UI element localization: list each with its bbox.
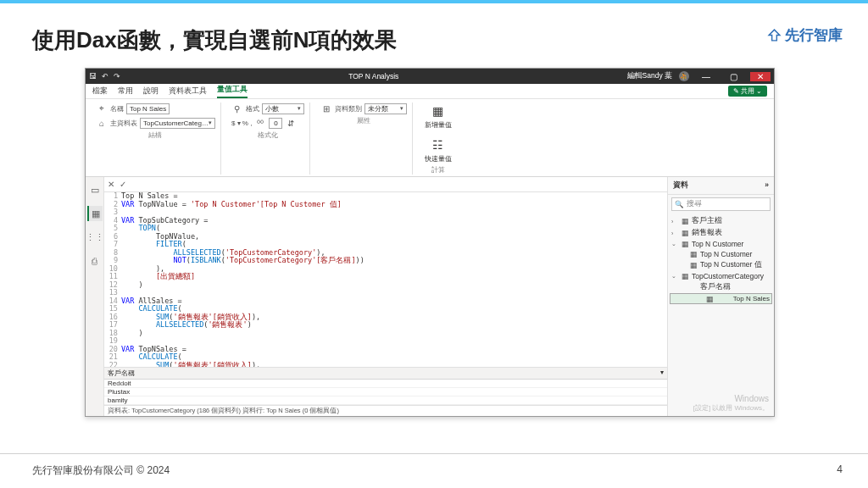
editor-gutter: 1234567891011121314151617181920212223242… [104,192,121,367]
save-icon[interactable]: 🖫 [89,72,97,80]
tree-toggle-icon[interactable]: ⌄ [671,241,678,247]
ribbon-group-calc: ▦ 新增量值 ☷ 快速量值 計算 [418,103,459,175]
menu-help[interactable]: 說明 [143,86,159,97]
field-label: 銷售報表 [692,228,722,238]
status-bar: 資料表: TopCustomerCategory (186 個資料列) 資料行:… [104,405,667,416]
slide-root: 使用Dax函數，實現自選前N項的效果 先行智庫 🖫 ↶ ↷ TOP N Anal… [0,0,868,488]
field-label: TopCustomerCategory [692,272,764,280]
decimal-places-input[interactable]: 0 [269,118,282,129]
decimal-inc-icon[interactable]: ⁰⁰ [254,117,266,129]
name-label: 名稱 [110,104,124,114]
field-node[interactable]: ▦Top N Customer [670,249,772,259]
table-icon: ▦ [681,240,689,248]
fields-tree[interactable]: ›▦客戶主檔›▦銷售報表⌄▦Top N Customer▦Top N Custo… [668,214,774,304]
share-button[interactable]: ✎ 共用 ⌄ [728,86,767,97]
window-close-button[interactable]: ✕ [750,72,771,81]
home-icon: ⌂ [96,117,108,129]
field-node[interactable]: ›▦銷售報表 [670,227,772,239]
sort-icon[interactable]: ▾ [660,369,664,378]
window-max-button[interactable]: ▢ [723,72,743,81]
quick-measure-label: 快速量值 [425,154,452,164]
table-icon: ▦ [681,272,689,280]
format-select[interactable]: 小數 ▾ [262,103,304,114]
stepper-icon[interactable]: ⇵ [285,117,297,129]
redo-icon[interactable]: ↷ [114,72,120,80]
field-label: Top N Sales [733,295,770,302]
chevron-down-icon: ▾ [298,105,301,112]
menu-home[interactable]: 常用 [118,86,133,97]
cancel-formula-icon[interactable]: ✕ [108,180,114,189]
slide-title: 使用Dax函數，實現自選前N項的效果 [32,25,397,55]
dax-view-icon[interactable]: ⎙ [87,253,103,269]
home-table-label: 主資料表 [110,119,137,128]
model-view-icon[interactable]: ⋮⋮ [87,230,103,245]
measure-name-input[interactable]: Top N Sales [126,103,170,114]
ribbon-group-properties: ⊞ 資料類別 未分類 ▾ 屬性 [315,103,413,175]
editor-code[interactable]: Top N Sales = VAR TopNValue = 'Top N Cus… [121,192,667,367]
ribbon-group-format: ⚲ 格式 小數 ▾ $ ▾ % , ⁰⁰ 0 ⇵ 格式化 [226,103,310,175]
field-label: Top N Customer 值 [700,260,762,270]
table-icon: ▦ [681,229,689,237]
search-icon: 🔍 [675,200,684,208]
home-table-value: TopCustomerCateg… [143,119,209,127]
watermark-line2: [設定] 以啟用 Windows。 [693,403,769,413]
ribbon: ⌖ 名稱 Top N Sales ⌂ 主資料表 TopCustomerCateg… [86,99,774,177]
watermark-line1: Windows [693,394,769,403]
menu-file[interactable]: 檔案 [92,86,108,97]
share-icon: ✎ [733,87,739,95]
slide-accent-bar [0,0,868,3]
table-row[interactable]: bamity [104,396,667,405]
tree-toggle-icon[interactable]: ⌄ [671,273,678,280]
app-body: ▭ ▦ ⋮⋮ ⎙ ✕ ✓ 123456789101112131415161718… [86,177,774,416]
data-category-select[interactable]: 未分類 ▾ [364,103,407,114]
new-measure-button[interactable]: ▦ 新增量值 [423,103,453,130]
menu-table-tools[interactable]: 資料表工具 [169,86,207,97]
report-view-icon[interactable]: ▭ [87,182,103,197]
home-table-select[interactable]: TopCustomerCateg… ▾ [140,118,215,129]
measure-icon: ▦ [430,103,447,119]
data-search-input[interactable]: 🔍 搜尋 [671,197,771,211]
field-node[interactable]: ▦Top N Sales [670,293,772,304]
group-label-calc: 計算 [423,166,453,175]
user-label: 編輯Sandy 葉 [627,71,672,81]
user-avatar-icon[interactable]: ⛹ [679,71,689,81]
tag-icon: ⌖ [96,103,108,114]
panel-expand-icon[interactable]: » [765,180,769,191]
field-label: 客戶名稱 [700,282,731,292]
window-titlebar: 🖫 ↶ ↷ TOP N Analysis 編輯Sandy 葉 ⛹ — ▢ ✕ [86,69,774,84]
group-label-properties: 屬性 [320,117,407,125]
field-node[interactable]: 客戶名稱 [670,281,772,293]
window-title: TOP N Analysis [125,72,622,80]
copyright: 先行智庫股份有限公司 © 2024 [32,463,170,478]
data-view-icon[interactable]: ▦ [87,206,103,221]
dax-editor[interactable]: 1234567891011121314151617181920212223242… [104,192,667,367]
field-node[interactable]: ›▦客戶主檔 [670,215,772,227]
tree-toggle-icon[interactable]: › [671,219,678,225]
brand-mark-icon [767,28,782,42]
page-number: 4 [837,463,843,478]
undo-icon[interactable]: ↶ [102,72,108,80]
quick-measure-button[interactable]: ☷ 快速量值 [423,136,453,164]
formula-toolbar: ✕ ✓ [104,177,667,192]
field-label: Top N Customer [700,250,752,258]
data-category-value: 未分類 [368,104,388,114]
new-measure-label: 新增量值 [425,120,452,130]
format-tokens[interactable]: $ ▾ % , [231,119,252,127]
titlebar-left-tools: 🖫 ↶ ↷ [89,72,120,80]
window-min-button[interactable]: — [696,72,716,81]
table-row[interactable]: Reddoit [104,380,667,388]
field-label: Top N Customer [692,240,743,248]
tree-toggle-icon[interactable]: › [671,230,678,236]
data-panel-title: 資料 [673,180,688,191]
field-node[interactable]: ⌄▦Top N Customer [670,239,772,249]
menu-measure-tools[interactable]: 量值工具 [217,85,248,98]
table-icon: ▦ [689,250,698,258]
commit-formula-icon[interactable]: ✓ [120,180,126,189]
category-icon: ⊞ [320,103,332,114]
field-node[interactable]: ⌄▦TopCustomerCategory [670,271,772,281]
chevron-down-icon: ⌄ [756,87,762,95]
table-row[interactable]: Plustax [104,388,667,396]
preview-header[interactable]: 客戶名稱 [108,369,135,378]
field-node[interactable]: ▦Top N Customer 值 [670,259,772,271]
menu-bar: 檔案 常用 說明 資料表工具 量值工具 ✎ 共用 ⌄ [86,84,774,99]
